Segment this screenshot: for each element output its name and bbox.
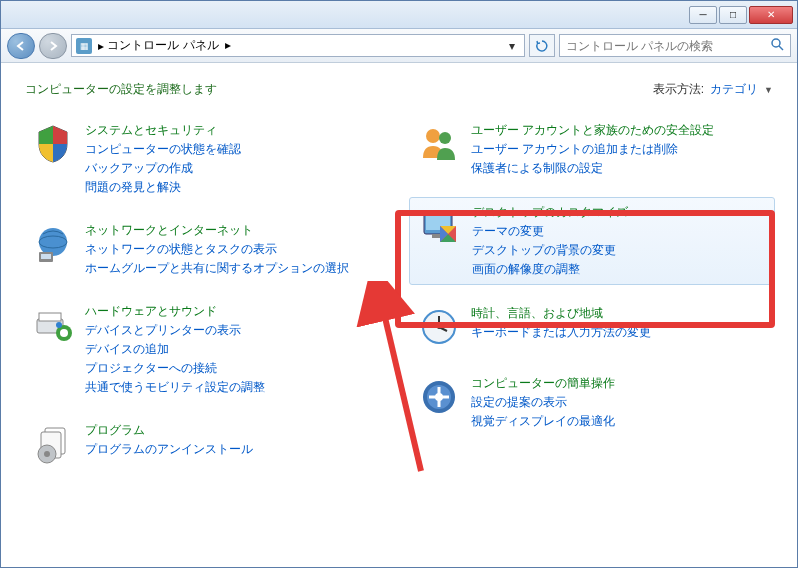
maximize-button[interactable]: □ [719,6,747,24]
svg-point-14 [44,451,50,457]
category-item: ハードウェアとサウンドデバイスとプリンターの表示デバイスの追加プロジェクターへの… [23,297,389,402]
content-area: コンピューターの設定を調整します 表示方法: カテゴリ ▼ システムとセキュリテ… [1,63,797,490]
category-body: システムとセキュリティコンピューターの状態を確認バックアップの作成問題の発見と解… [85,122,241,196]
refresh-button[interactable] [529,34,555,57]
content-header: コンピューターの設定を調整します 表示方法: カテゴリ ▼ [23,81,775,116]
control-panel-icon: ▦ [76,38,92,54]
category-icon [31,222,75,266]
back-button[interactable] [7,33,35,59]
category-icon [417,375,461,419]
category-link[interactable]: デバイスとプリンターの表示 [85,322,265,339]
titlebar: ─ □ ✕ [1,1,797,29]
address-bar[interactable]: ▦ ▸ コントロール パネル ▸ ▾ [71,34,525,57]
categories-grid: システムとセキュリティコンピューターの状態を確認バックアップの作成問題の発見と解… [23,116,775,472]
category-link[interactable]: 共通で使うモビリティ設定の調整 [85,379,265,396]
category-link[interactable]: デスクトップの背景の変更 [472,242,628,259]
category-item: システムとセキュリティコンピューターの状態を確認バックアップの作成問題の発見と解… [23,116,389,202]
viewmode-value[interactable]: カテゴリ [710,81,758,98]
category-item: デスクトップのカスタマイズテーマの変更デスクトップの背景の変更画面の解像度の調整 [409,197,775,285]
svg-point-10 [56,322,62,328]
category-body: ハードウェアとサウンドデバイスとプリンターの表示デバイスの追加プロジェクターへの… [85,303,265,396]
category-icon [418,204,462,248]
category-link[interactable]: 設定の提案の表示 [471,394,615,411]
search-icon [770,37,784,54]
minimize-button[interactable]: ─ [689,6,717,24]
category-item: 時計、言語、および地域キーボードまたは入力方法の変更 [409,299,775,355]
svg-point-15 [426,129,440,143]
svg-point-9 [60,329,68,337]
category-title[interactable]: デスクトップのカスタマイズ [472,204,628,221]
svg-point-16 [439,132,451,144]
category-link[interactable]: プロジェクターへの接続 [85,360,265,377]
category-body: プログラムプログラムのアンインストール [85,422,253,458]
category-item: ネットワークとインターネットネットワークの状態とタスクの表示ホームグループと共有… [23,216,389,283]
address-dropdown[interactable]: ▾ [504,39,520,53]
category-icon [31,422,75,466]
svg-rect-5 [41,254,51,259]
svg-point-2 [39,228,67,256]
category-item: ユーザー アカウントと家族のための安全設定ユーザー アカウントの追加または削除保… [409,116,775,183]
category-link[interactable]: ホームグループと共有に関するオプションの選択 [85,260,349,277]
search-box[interactable] [559,34,791,57]
category-title[interactable]: システムとセキュリティ [85,122,241,139]
category-body: デスクトップのカスタマイズテーマの変更デスクトップの背景の変更画面の解像度の調整 [472,204,628,278]
forward-button[interactable] [39,33,67,59]
category-link[interactable]: テーマの変更 [472,223,628,240]
category-title[interactable]: ハードウェアとサウンド [85,303,265,320]
chevron-down-icon: ▼ [764,85,773,95]
category-title[interactable]: プログラム [85,422,253,439]
category-link[interactable]: 問題の発見と解決 [85,179,241,196]
category-link[interactable]: デバイスの追加 [85,341,265,358]
category-title[interactable]: ネットワークとインターネット [85,222,349,239]
viewmode-label: 表示方法: [653,81,704,98]
category-title[interactable]: 時計、言語、および地域 [471,305,651,322]
right-column: ユーザー アカウントと家族のための安全設定ユーザー アカウントの追加または削除保… [409,116,775,472]
svg-point-27 [435,393,443,401]
category-icon [417,305,461,349]
category-link[interactable]: 保護者による制限の設定 [471,160,714,177]
category-link[interactable]: バックアップの作成 [85,160,241,177]
control-panel-window: ─ □ ✕ ▦ ▸ コントロール パネル ▸ ▾ コンピューターの設定を調整しま [0,0,798,568]
category-icon [31,303,75,347]
breadcrumb-separator: ▸ [98,39,104,53]
category-link[interactable]: 視覚ディスプレイの最適化 [471,413,615,430]
breadcrumb[interactable]: コントロール パネル ▸ [107,37,504,54]
category-icon [417,122,461,166]
category-body: 時計、言語、および地域キーボードまたは入力方法の変更 [471,305,651,341]
left-column: システムとセキュリティコンピューターの状態を確認バックアップの作成問題の発見と解… [23,116,389,472]
svg-rect-7 [39,313,61,321]
category-item: プログラムプログラムのアンインストール [23,416,389,472]
category-body: ユーザー アカウントと家族のための安全設定ユーザー アカウントの追加または削除保… [471,122,714,177]
category-link[interactable]: 画面の解像度の調整 [472,261,628,278]
navigation-bar: ▦ ▸ コントロール パネル ▸ ▾ [1,29,797,63]
close-button[interactable]: ✕ [749,6,793,24]
svg-point-0 [772,39,780,47]
category-link[interactable]: ユーザー アカウントの追加または削除 [471,141,714,158]
page-title: コンピューターの設定を調整します [25,81,217,98]
category-icon [31,122,75,166]
category-item: コンピューターの簡単操作設定の提案の表示視覚ディスプレイの最適化 [409,369,775,436]
category-link[interactable]: キーボードまたは入力方法の変更 [471,324,651,341]
category-link[interactable]: プログラムのアンインストール [85,441,253,458]
svg-point-23 [437,325,441,329]
category-title[interactable]: コンピューターの簡単操作 [471,375,615,392]
category-title[interactable]: ユーザー アカウントと家族のための安全設定 [471,122,714,139]
category-link[interactable]: ネットワークの状態とタスクの表示 [85,241,349,258]
category-body: ネットワークとインターネットネットワークの状態とタスクの表示ホームグループと共有… [85,222,349,277]
search-input[interactable] [566,39,770,53]
svg-line-1 [779,46,783,50]
viewmode-selector[interactable]: 表示方法: カテゴリ ▼ [653,81,773,98]
category-link[interactable]: コンピューターの状態を確認 [85,141,241,158]
category-body: コンピューターの簡単操作設定の提案の表示視覚ディスプレイの最適化 [471,375,615,430]
